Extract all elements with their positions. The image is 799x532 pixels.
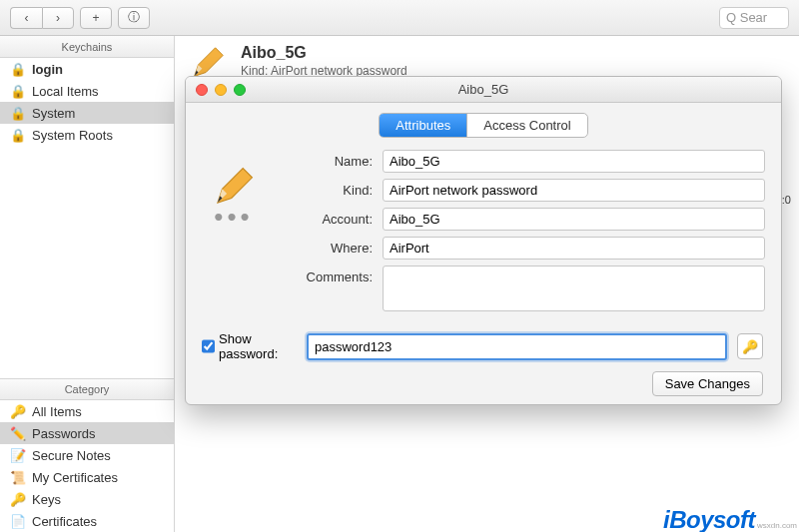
sheet-titlebar: Aibo_5G (186, 77, 781, 103)
sidebar-item-label: All Items (32, 404, 82, 419)
sidebar-item-label: Local Items (32, 84, 98, 99)
key-icon: 🔑 (742, 339, 758, 354)
sidebar-item-label: Certificates (32, 514, 97, 529)
show-password-label: Show password: (219, 331, 297, 361)
item-title: Aibo_5G (241, 44, 407, 62)
watermark: iBoysoft (663, 506, 755, 532)
sidebar: Keychains 🔒login 🔒Local Items 🔒System 🔒S… (0, 36, 175, 532)
lock-icon: 🔒 (10, 61, 26, 77)
info-button[interactable]: ⓘ (118, 7, 150, 29)
category-secure-notes[interactable]: 📝Secure Notes (0, 444, 174, 466)
back-button[interactable]: ‹ (10, 7, 42, 29)
sheet-pencil-icon: ••• (202, 150, 266, 311)
password-row: Show password: 🔑 (186, 321, 781, 361)
sidebar-item-label: My Certificates (32, 470, 118, 485)
cert-icon: 📜 (10, 469, 26, 485)
password-field[interactable] (307, 333, 727, 360)
category-my-certificates[interactable]: 📜My Certificates (0, 466, 174, 488)
keychain-system-roots[interactable]: 🔒System Roots (0, 124, 174, 146)
sheet-body: ••• Name: Kind: Account: Where: Comments… (186, 146, 781, 321)
source-mark: wsxdn.com (757, 521, 797, 530)
sheet-title: Aibo_5G (458, 82, 509, 97)
key-button[interactable]: 🔑 (737, 333, 763, 359)
add-button[interactable]: + (80, 7, 112, 29)
comments-field[interactable] (383, 266, 765, 311)
sidebar-item-label: Keys (32, 492, 61, 507)
zoom-icon[interactable] (234, 84, 246, 96)
category-list: 🔑All Items ✏️Passwords 📝Secure Notes 📜My… (0, 400, 174, 532)
nav-group: ‹ › (10, 7, 74, 29)
attributes-sheet: Aibo_5G Attributes Access Control ••• Na… (185, 76, 782, 405)
keychain-system[interactable]: 🔒System (0, 102, 174, 124)
search-placeholder: Q Sear (726, 10, 767, 25)
keychain-login[interactable]: 🔒login (0, 58, 174, 80)
sidebar-item-label: System (32, 106, 75, 121)
tab-attributes[interactable]: Attributes (380, 114, 466, 137)
name-label: Name: (278, 154, 373, 169)
attributes-form: Name: Kind: Account: Where: Comments: (278, 150, 765, 311)
sidebar-item-label: Passwords (32, 426, 96, 441)
tab-access-control[interactable]: Access Control (466, 114, 586, 137)
toolbar: ‹ › + ⓘ Q Sear (0, 0, 799, 36)
traffic-lights (196, 84, 246, 96)
account-label: Account: (278, 212, 373, 227)
close-icon[interactable] (196, 84, 208, 96)
minimize-icon[interactable] (215, 84, 227, 96)
ellipsis-icon: ••• (214, 212, 253, 222)
all-items-icon: 🔑 (10, 403, 26, 419)
keychain-list: 🔒login 🔒Local Items 🔒System 🔒System Root… (0, 58, 174, 146)
category-passwords[interactable]: ✏️Passwords (0, 422, 174, 444)
lock-icon: 🔒 (10, 127, 26, 143)
sidebar-item-label: login (32, 62, 63, 77)
tab-control: Attributes Access Control (379, 113, 587, 138)
sidebar-item-label: System Roots (32, 128, 113, 143)
account-field[interactable] (383, 208, 765, 231)
cert-icon: 📄 (10, 513, 26, 529)
keychains-header: Keychains (0, 36, 174, 58)
where-field[interactable] (383, 237, 765, 260)
show-password-checkbox[interactable] (202, 339, 215, 353)
keychain-local-items[interactable]: 🔒Local Items (0, 80, 174, 102)
key-icon: 🔑 (10, 491, 26, 507)
kind-field[interactable] (383, 179, 765, 202)
comments-label: Comments: (278, 266, 373, 284)
save-changes-button[interactable]: Save Changes (652, 371, 763, 396)
passwords-icon: ✏️ (10, 425, 26, 441)
lock-icon: 🔒 (10, 105, 26, 121)
lock-icon: 🔒 (10, 83, 26, 99)
forward-button[interactable]: › (42, 7, 74, 29)
save-row: Save Changes (186, 361, 781, 405)
tab-bar: Attributes Access Control (186, 103, 781, 146)
notes-icon: 📝 (10, 447, 26, 463)
search-field[interactable]: Q Sear (719, 7, 789, 29)
name-field[interactable] (383, 150, 765, 173)
sidebar-item-label: Secure Notes (32, 448, 111, 463)
category-keys[interactable]: 🔑Keys (0, 488, 174, 510)
category-all-items[interactable]: 🔑All Items (0, 400, 174, 422)
kind-label: Kind: (278, 183, 373, 198)
detail-heading: Aibo_5G Kind: AirPort network password (241, 44, 407, 78)
where-label: Where: (278, 241, 373, 256)
category-certificates[interactable]: 📄Certificates (0, 510, 174, 532)
category-header: Category (0, 378, 174, 400)
